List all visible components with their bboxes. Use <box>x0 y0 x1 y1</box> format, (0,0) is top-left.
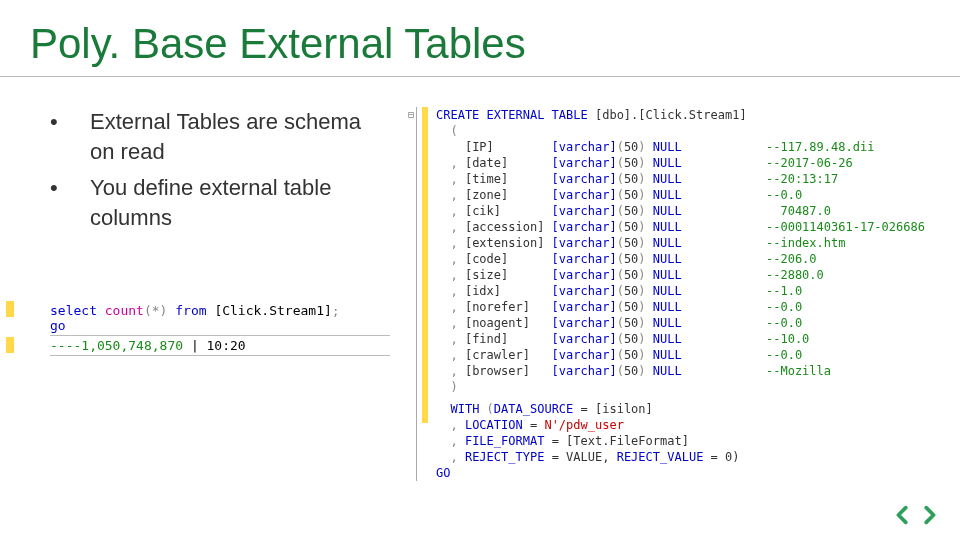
code-highlight-bar <box>6 337 14 353</box>
sql-line: , LOCATION = N'/pdw_user <box>436 417 930 433</box>
bullet-text: External Tables are schema on read <box>90 107 390 167</box>
result-separator <box>50 335 390 336</box>
sql-column-line: , [size] [varchar](50) NULL--2880.0 <box>436 267 930 283</box>
sql-column-line: , [code] [varchar](50) NULL--206.0 <box>436 251 930 267</box>
sql-column-line: , [crawler] [varchar](50) NULL--0.0 <box>436 347 930 363</box>
sql-column-line: , [extension] [varchar](50) NULL--index.… <box>436 235 930 251</box>
bullet-item: • You define external table columns <box>50 173 390 233</box>
sql-query-block: select count(*) from [Click.Stream1]; go… <box>50 303 390 356</box>
sql-line: ( <box>436 123 930 139</box>
sql-line: CREATE EXTERNAL TABLE [dbo].[Click.Strea… <box>436 107 930 123</box>
bullet-text: You define external table columns <box>90 173 390 233</box>
sql-column-line: , [noagent] [varchar](50) NULL--0.0 <box>436 315 930 331</box>
content-area: • External Tables are schema on read • Y… <box>0 77 960 481</box>
sql-column-line: [IP] [varchar](50) NULL--117.89.48.dii <box>436 139 930 155</box>
bullet-item: • External Tables are schema on read <box>50 107 390 167</box>
sql-column-line: , [browser] [varchar](50) NULL--Mozilla <box>436 363 930 379</box>
sql-line: , FILE_FORMAT = [Text.FileFormat] <box>436 433 930 449</box>
sql-line: GO <box>436 465 930 481</box>
sql-column-line: , [date] [varchar](50) NULL--2017-06-26 <box>436 155 930 171</box>
bullet-dot-icon: • <box>50 173 90 203</box>
sql-column-line: , [find] [varchar](50) NULL--10.0 <box>436 331 930 347</box>
sql-column-line: , [idx] [varchar](50) NULL--1.0 <box>436 283 930 299</box>
sql-line: select count(*) from [Click.Stream1]; <box>50 303 390 318</box>
result-separator <box>50 355 390 356</box>
sql-column-line: , [zone] [varchar](50) NULL--0.0 <box>436 187 930 203</box>
right-column: ⊟ CREATE EXTERNAL TABLE [dbo].[Click.Str… <box>410 107 940 481</box>
sql-line: ) <box>436 379 930 395</box>
sql-column-line: , [norefer] [varchar](50) NULL--0.0 <box>436 299 930 315</box>
nav-arrows <box>892 504 940 526</box>
code-outline-bar <box>416 107 417 481</box>
slide-title: Poly. Base External Tables <box>0 0 960 77</box>
sql-line: WITH (DATA_SOURCE = [isilon] <box>436 401 930 417</box>
left-column: • External Tables are schema on read • Y… <box>0 107 410 481</box>
code-highlight-bar <box>422 107 428 423</box>
prev-arrow-icon[interactable] <box>892 504 914 526</box>
sql-column-line: , [cik] [varchar](50) NULL 70487.0 <box>436 203 930 219</box>
next-arrow-icon[interactable] <box>918 504 940 526</box>
sql-result-line: ----1,050,748,870 | 10:20 <box>50 338 390 353</box>
sql-go: go <box>50 318 390 333</box>
bullet-list: • External Tables are schema on read • Y… <box>50 107 390 233</box>
code-highlight-bar <box>6 301 14 317</box>
bullet-dot-icon: • <box>50 107 90 137</box>
sql-column-line: , [accession] [varchar](50) NULL--000114… <box>436 219 930 235</box>
sql-line: , REJECT_TYPE = VALUE, REJECT_VALUE = 0) <box>436 449 930 465</box>
collapse-icon: ⊟ <box>408 107 414 123</box>
sql-column-line: , [time] [varchar](50) NULL--20:13:17 <box>436 171 930 187</box>
sql-create-block: ⊟ CREATE EXTERNAL TABLE [dbo].[Click.Str… <box>410 107 930 481</box>
